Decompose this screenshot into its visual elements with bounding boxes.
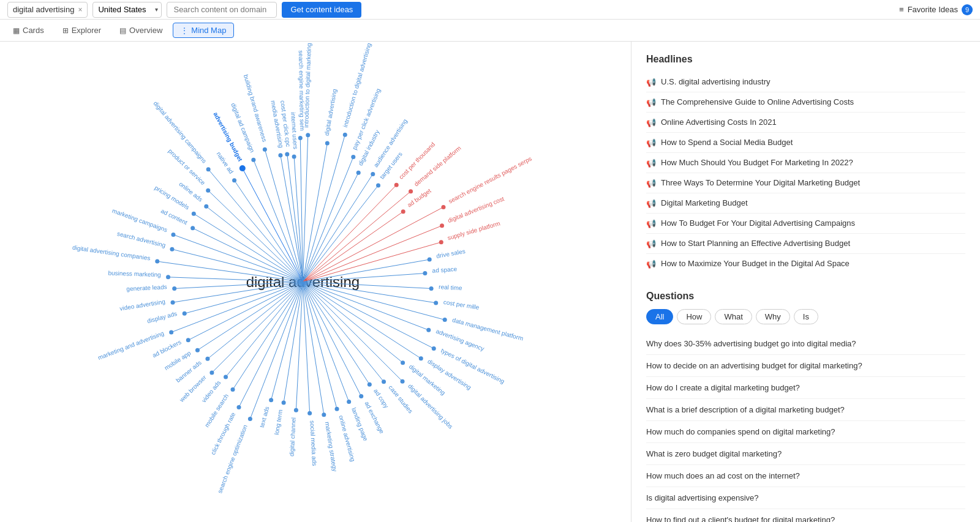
- svg-point-116: [205, 357, 209, 361]
- question-item[interactable]: How do I create a digital marketing budg…: [646, 377, 965, 399]
- tab-mindmap[interactable]: ⋮Mind Map: [173, 23, 234, 38]
- svg-point-92: [294, 408, 298, 412]
- svg-point-83: [335, 407, 339, 411]
- svg-point-146: [171, 233, 175, 237]
- domain-search-input[interactable]: [167, 2, 277, 18]
- question-filter-btn[interactable]: How: [677, 309, 711, 324]
- list-icon: ≡: [899, 5, 904, 14]
- question-filter-btn[interactable]: What: [715, 309, 752, 324]
- headline-item[interactable]: 📢How To Budget For Your Digital Advertis…: [646, 214, 965, 234]
- tab-label-overview: Overview: [129, 26, 162, 35]
- tab-icon-mindmap: ⋮: [181, 26, 188, 35]
- svg-point-122: [186, 338, 190, 342]
- search-query-tag[interactable]: digital advertising ×: [7, 2, 88, 18]
- svg-line-58: [303, 282, 434, 349]
- headline-item[interactable]: 📢How to Spend a Social Media Budget: [646, 133, 965, 153]
- svg-point-80: [347, 400, 351, 404]
- svg-text:display ads: display ads: [146, 310, 178, 325]
- header: digital advertising × United States ▾ Ge…: [0, 0, 980, 20]
- question-item[interactable]: What is zero budget digital marketing?: [646, 443, 965, 465]
- question-item[interactable]: Is digital advertising expensive?: [646, 487, 965, 509]
- mindmap-area[interactable]: digital advertisingintroduction to digit…: [0, 42, 631, 522]
- tab-label-cards: Cards: [23, 26, 44, 35]
- tab-icon-explorer: ⊞: [62, 26, 69, 35]
- svg-text:types of digital advertising: types of digital advertising: [440, 347, 506, 385]
- svg-line-31: [303, 207, 443, 282]
- svg-line-142: [172, 249, 303, 282]
- svg-point-101: [248, 417, 252, 421]
- close-tag-icon[interactable]: ×: [78, 6, 82, 14]
- questions-title: Questions: [646, 291, 965, 302]
- svg-text:landing page: landing page: [350, 407, 369, 442]
- svg-point-86: [322, 412, 326, 417]
- svg-text:generate leads: generate leads: [126, 283, 167, 292]
- svg-point-176: [278, 153, 282, 157]
- headline-item[interactable]: 📢Online Advertising Costs In 2021: [646, 113, 965, 133]
- svg-text:search engine results pages se: search engine results pages serps: [447, 155, 533, 204]
- headline-item[interactable]: 📢Digital Marketing Budget: [646, 193, 965, 214]
- svg-point-125: [169, 330, 173, 334]
- headline-item[interactable]: 📢U.S. digital advertising industry: [646, 72, 965, 92]
- svg-point-179: [285, 152, 289, 157]
- questions-section: Questions AllHowWhatWhyIs Why does 30-35…: [646, 291, 965, 522]
- svg-point-155: [204, 204, 208, 209]
- question-item[interactable]: How much do companies spend on digital m…: [646, 421, 965, 443]
- svg-text:marketing strategy: marketing strategy: [324, 421, 339, 472]
- question-item[interactable]: How to find out a client's budget for di…: [646, 509, 965, 522]
- svg-text:digital advertising campaigns: digital advertising campaigns: [152, 100, 208, 164]
- tab-explorer[interactable]: ⊞Explorer: [55, 23, 109, 38]
- question-item[interactable]: What is a brief description of a digital…: [646, 399, 965, 421]
- svg-point-14: [356, 171, 361, 175]
- svg-text:ad blockers: ad blockers: [151, 338, 183, 359]
- tab-label-mindmap: Mind Map: [191, 26, 226, 35]
- question-filter-btn[interactable]: All: [646, 309, 673, 324]
- svg-point-170: [251, 158, 255, 162]
- tab-cards[interactable]: ▦Cards: [5, 23, 52, 38]
- megaphone-icon: 📢: [646, 219, 656, 228]
- svg-line-16: [303, 174, 372, 282]
- svg-point-104: [236, 405, 241, 409]
- svg-point-26: [409, 189, 413, 193]
- country-select-wrapper: United States ▾: [92, 2, 162, 18]
- headline-item[interactable]: 📢How to Maximize Your Budget in the Digi…: [646, 254, 965, 274]
- headline-text: How to Spend a Social Media Budget: [661, 138, 793, 147]
- question-filter-btn[interactable]: Is: [794, 309, 818, 324]
- svg-point-74: [368, 382, 372, 387]
- svg-text:native ad: native ad: [215, 151, 235, 175]
- tab-icon-overview: ▤: [119, 26, 126, 35]
- svg-point-47: [429, 286, 434, 291]
- svg-text:marketing campaigns: marketing campaigns: [111, 207, 168, 233]
- megaphone-icon: 📢: [646, 199, 656, 208]
- get-ideas-button[interactable]: Get content ideas: [282, 2, 361, 18]
- question-item[interactable]: Why does 30-35% advertising budget go in…: [646, 333, 965, 355]
- favorite-ideas-button[interactable]: ≡ Favorite Ideas 9: [899, 4, 973, 15]
- question-item[interactable]: How to decide on an advertising budget f…: [646, 355, 965, 377]
- svg-point-5: [325, 141, 330, 145]
- favorite-ideas-label: Favorite Ideas: [908, 5, 958, 14]
- svg-text:social media ads: social media ads: [309, 420, 318, 466]
- country-select[interactable]: United States: [92, 2, 162, 18]
- svg-point-53: [443, 318, 447, 322]
- svg-text:text ads: text ads: [258, 406, 271, 428]
- question-filter-btn[interactable]: Why: [756, 309, 790, 324]
- svg-point-119: [195, 348, 200, 352]
- svg-point-110: [224, 375, 228, 379]
- svg-point-173: [263, 147, 267, 152]
- svg-point-71: [382, 379, 386, 384]
- headline-item[interactable]: 📢The Comprehensive Guide to Online Adver…: [646, 92, 965, 113]
- mindmap-svg: digital advertisingintroduction to digit…: [0, 42, 631, 522]
- question-item[interactable]: How much does an ad cost on the internet…: [646, 465, 965, 487]
- headline-item[interactable]: 📢How Much Should You Budget For Marketin…: [646, 153, 965, 173]
- svg-point-98: [269, 398, 273, 402]
- svg-line-166: [243, 168, 303, 282]
- questions-list: Why does 30-35% advertising budget go in…: [646, 333, 965, 522]
- tab-overview[interactable]: ▤Overview: [111, 23, 170, 38]
- svg-line-19: [303, 185, 378, 282]
- headline-text: Three Ways To Determine Your Digital Mar…: [661, 178, 860, 187]
- svg-point-134: [172, 286, 176, 291]
- svg-point-182: [292, 154, 296, 158]
- headline-item[interactable]: 📢How to Start Planning an Effective Adve…: [646, 234, 965, 254]
- headline-item[interactable]: 📢Three Ways To Determine Your Digital Ma…: [646, 173, 965, 193]
- svg-point-59: [432, 346, 436, 351]
- headline-text: Online Advertising Costs In 2021: [661, 117, 777, 127]
